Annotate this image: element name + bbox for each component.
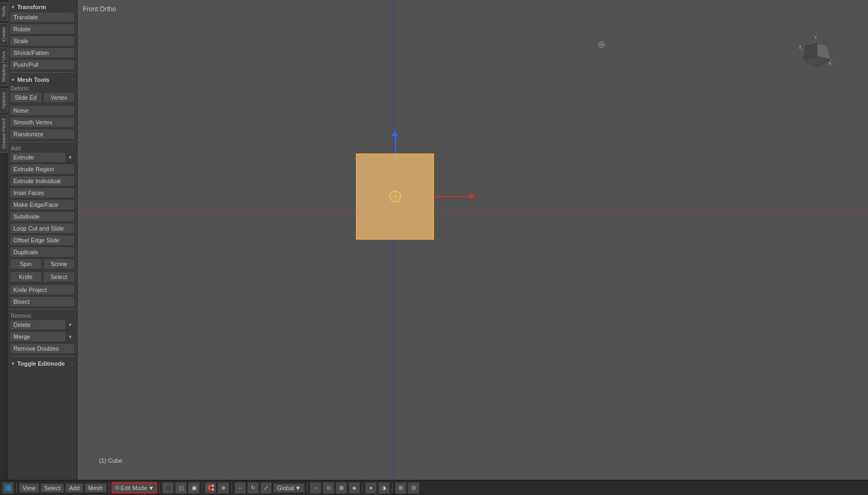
- svg-line-12: [830, 59, 833, 60]
- onion-icon[interactable]: ⊙: [323, 482, 334, 494]
- toggle-editmode-drag: ::: [71, 361, 74, 366]
- tab-grease-pencil[interactable]: Grease Pencil: [0, 115, 8, 153]
- extrude-main-button[interactable]: Extrude: [10, 152, 66, 163]
- add-label: Add:: [10, 144, 75, 152]
- noise-button[interactable]: Noise: [10, 105, 75, 116]
- rotate-button[interactable]: Rotate: [10, 24, 75, 34]
- edge-select-icon[interactable]: ◫: [175, 482, 187, 494]
- 3d-cube: [356, 154, 434, 240]
- z-axis-line: [393, 0, 394, 480]
- extrude-individual-button[interactable]: Extrude Individual: [10, 176, 75, 186]
- layer-icon[interactable]: ⊞: [395, 482, 407, 494]
- face-select-icon[interactable]: ▣: [188, 482, 200, 494]
- toggle-editmode-arrow: ▼: [11, 361, 15, 366]
- add-menu-button[interactable]: Add: [65, 483, 83, 493]
- loop-cut-slide-button[interactable]: Loop Cut and Slide: [10, 223, 75, 234]
- sep2: [109, 483, 109, 493]
- transform-header: ▼ Transform ::: [10, 2, 75, 12]
- extrude-arrow-button[interactable]: ▼: [66, 152, 75, 163]
- shrink-fatten-button[interactable]: Shrink/Fatten: [10, 47, 75, 58]
- push-pull-button[interactable]: Push/Pull: [10, 59, 75, 70]
- edit-mode-button[interactable]: ⊙ Edit Mode ▼: [111, 482, 157, 493]
- main-area: Tools Create Shading / UVs Options Greas…: [0, 0, 868, 480]
- spin-button[interactable]: Spin: [10, 259, 42, 269]
- transform-drag: ::: [71, 4, 74, 10]
- deform-label: Deform:: [10, 85, 75, 92]
- slide-edge-button[interactable]: Slide Ed: [10, 92, 42, 103]
- edit-mode-label: Edit Mode: [121, 485, 148, 491]
- smooth-vertex-button[interactable]: Smooth Vertex: [10, 117, 75, 128]
- bisect-button[interactable]: Bisect: [10, 296, 75, 307]
- mesh-menu-button[interactable]: Mesh: [85, 483, 107, 493]
- delete-main-button[interactable]: Delete: [10, 319, 66, 330]
- xray-icon[interactable]: ◈: [348, 482, 360, 494]
- transform-arrow: ▼: [11, 5, 15, 10]
- transform-move-icon[interactable]: ↔: [234, 482, 246, 494]
- svg-point-1: [600, 44, 603, 46]
- merge-arrow-button[interactable]: ▼: [66, 331, 75, 342]
- object-label: (1) Cube: [99, 457, 122, 464]
- tab-tools[interactable]: Tools: [0, 2, 8, 21]
- view-label: Front Ortho: [83, 5, 116, 13]
- merge-dropdown: Merge ▼: [10, 331, 75, 342]
- snap-target-icon[interactable]: ⊕: [218, 482, 229, 494]
- merge-main-button[interactable]: Merge: [10, 331, 66, 342]
- svg-text:X: X: [829, 61, 831, 65]
- transform-rotate-icon[interactable]: ↻: [247, 482, 259, 494]
- mesh-tools-drag: ::: [71, 77, 74, 82]
- remove-label: Remove:: [10, 312, 75, 319]
- knife-button[interactable]: Knife: [10, 271, 42, 282]
- inset-faces-button[interactable]: Inset Faces: [10, 187, 75, 198]
- remove-doubles-button[interactable]: Remove Doubles: [10, 343, 75, 354]
- svg-text:Y: Y: [814, 36, 817, 39]
- mirror-icon[interactable]: ⊠: [335, 482, 347, 494]
- divider3: [10, 309, 75, 310]
- magnet-icon[interactable]: 🧲: [205, 482, 216, 494]
- make-edge-face-button[interactable]: Make Edge/Face: [10, 199, 75, 210]
- globe-icon-button[interactable]: 🌐: [2, 482, 14, 494]
- divider1: [10, 72, 75, 73]
- viewport-shading-solid[interactable]: ●: [365, 482, 377, 494]
- global-label: Global: [277, 485, 294, 491]
- scale-button[interactable]: Scale: [10, 36, 75, 46]
- cube-face: [356, 154, 434, 240]
- extrude-dropdown: Extrude ▼: [10, 152, 75, 163]
- viewport[interactable]: Front Ortho: [78, 0, 868, 480]
- x-axis-line: [78, 213, 868, 214]
- tab-create[interactable]: Create: [0, 23, 8, 45]
- screw-button[interactable]: Screw: [43, 259, 75, 269]
- subdivide-button[interactable]: Subdivide: [10, 211, 75, 222]
- divider4: [10, 356, 75, 357]
- vertex-button[interactable]: Vertex: [43, 92, 75, 103]
- knife-project-button[interactable]: Knife Project: [10, 284, 75, 295]
- global-dropdown[interactable]: Global ▼: [273, 483, 305, 493]
- select-button[interactable]: Select: [43, 271, 75, 282]
- proportional-edit-icon[interactable]: ○: [310, 482, 321, 494]
- sep7: [362, 483, 363, 493]
- nav-widget[interactable]: Y X Z: [798, 32, 836, 71]
- vertex-select-icon[interactable]: ⬛: [162, 482, 174, 494]
- nav-widget-svg: Y X Z: [798, 32, 836, 70]
- tools-panel: ▼ Transform :: Translate Rotate Scale Sh…: [8, 0, 78, 480]
- sep1: [16, 483, 17, 493]
- viewport-shading-look[interactable]: ◑: [378, 482, 390, 494]
- edit-mode-icon: ⊙: [115, 484, 120, 491]
- tab-options[interactable]: Options: [0, 88, 8, 113]
- knife-row: Knife Select: [10, 271, 75, 283]
- duplicate-button[interactable]: Duplicate: [10, 247, 75, 257]
- transform-scale-icon[interactable]: ⤢: [260, 482, 272, 494]
- global-arrow: ▼: [295, 485, 301, 491]
- translate-button[interactable]: Translate: [10, 12, 75, 23]
- mesh-tools-arrow: ▼: [11, 78, 15, 82]
- sep6: [307, 483, 307, 493]
- delete-arrow-button[interactable]: ▼: [66, 319, 75, 330]
- view-menu-button[interactable]: View: [19, 483, 39, 493]
- randomize-button[interactable]: Randomize: [10, 129, 75, 140]
- edit-mode-arrow: ▼: [148, 485, 154, 491]
- scene-icon[interactable]: ⊟: [408, 482, 419, 494]
- offset-edge-slide-button[interactable]: Offset Edge Slide: [10, 235, 75, 246]
- spin-row: Spin Screw: [10, 259, 75, 270]
- select-menu-button[interactable]: Select: [40, 483, 65, 493]
- tab-shading-uvs[interactable]: Shading / UVs: [0, 47, 8, 86]
- extrude-region-button[interactable]: Extrude Region: [10, 164, 75, 175]
